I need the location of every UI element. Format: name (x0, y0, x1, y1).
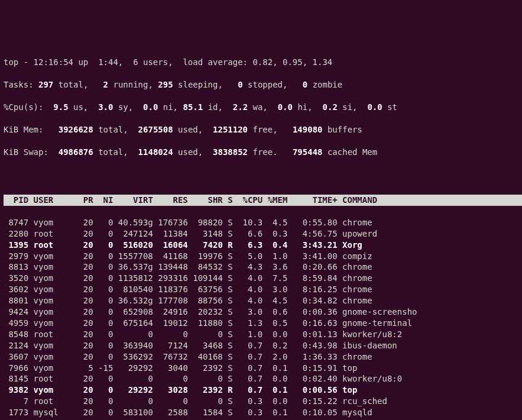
cell-shr: 7420 (188, 240, 223, 251)
cell-shr: 63756 (188, 284, 223, 295)
cell-time: 0:55.80 (287, 217, 337, 228)
table-row: 4959vyom2006751641901211880S1.30.50:16.6… (4, 318, 518, 329)
table-row: 2280root200247124113843148S6.60.34:56.75… (4, 228, 518, 240)
cell-time: 8:59.84 (287, 273, 337, 284)
col-cpu[interactable]: %CPU (233, 195, 263, 206)
cell-virt: 583100 (113, 407, 153, 418)
column-header[interactable]: PIDUSERPRNIVIRTRESSHRS%CPU%MEMTIME+COMMA… (4, 195, 522, 206)
col-virt[interactable]: VIRT (113, 195, 153, 206)
cell-s: S (223, 363, 233, 374)
table-row: 2979vyom20015577084116819976S5.01.03:41.… (4, 251, 518, 262)
summary-line-tasks: Tasks: 297 total, 2 running, 295 sleepin… (4, 79, 518, 91)
cell-virt: 810540 (113, 284, 153, 295)
cell-pr: 20 (73, 295, 93, 306)
cell-cpu: 1.3 (233, 318, 263, 329)
cell-time: 0:43.98 (287, 340, 337, 351)
col-command[interactable]: COMMAND (338, 195, 377, 206)
cell-res: 2588 (153, 407, 188, 418)
cell-res: 293316 (153, 273, 188, 284)
cell-cpu: 0.7 (233, 351, 263, 363)
table-row: 9382vyom2002929230282392R0.70.10:00.56to… (4, 385, 518, 396)
col-pid[interactable]: PID (4, 195, 28, 206)
cell-time: 3:41.00 (287, 251, 337, 262)
cell-pid: 3607 (4, 351, 28, 363)
table-row: 7root200000S0.30.00:15.22rcu_sched (4, 396, 518, 407)
table-row: 8548root200000S1.00.00:01.13kworker/u8:2 (4, 329, 518, 340)
cell-ni: 0 (93, 373, 114, 385)
cell-user: root (28, 373, 73, 385)
cell-virt: 29292 (113, 363, 153, 374)
cell-res: 41168 (153, 251, 188, 262)
cell-res: 24916 (153, 306, 188, 318)
cell-cmd: compiz (338, 251, 372, 262)
cell-user: root (28, 228, 73, 240)
cell-cmd: chrome (338, 351, 372, 363)
cell-pid: 8813 (4, 261, 28, 273)
cell-cpu: 0.7 (233, 340, 263, 351)
cell-cmd: chrome (338, 284, 372, 295)
cell-s: S (223, 373, 233, 385)
cell-virt: 0 (113, 373, 153, 385)
table-row: 1395root200516020160647420R6.30.43:43.21… (4, 240, 518, 251)
cell-cmd: chrome (338, 261, 372, 273)
table-row: 3607vyom2005362927673240168S0.72.01:36.3… (4, 351, 518, 363)
cell-time: 4:56.75 (287, 228, 337, 240)
cell-user: vyom (28, 217, 73, 228)
cell-virt: 516020 (113, 240, 153, 251)
cell-pr: 20 (73, 373, 93, 385)
cell-cpu: 6.3 (233, 240, 263, 251)
cell-res: 7124 (153, 340, 188, 351)
cell-cmd: gnome-terminal (338, 318, 412, 329)
cell-pid: 8145 (4, 373, 28, 385)
cell-virt: 1557708 (113, 251, 153, 262)
col-ni[interactable]: NI (93, 195, 114, 206)
col-mem[interactable]: %MEM (262, 195, 287, 206)
cell-ni: 0 (93, 261, 114, 273)
cell-user: root (28, 396, 73, 407)
cell-pr: 20 (73, 251, 93, 262)
cell-virt: 363940 (113, 340, 153, 351)
cell-pid: 3602 (4, 284, 28, 295)
cell-virt: 29292 (113, 385, 153, 396)
summary-line-cpu: %Cpu(s): 9.5 us, 3.0 sy, 0.0 ni, 85.1 id… (4, 102, 518, 113)
cell-virt: 36.537g (113, 261, 153, 273)
col-time[interactable]: TIME+ (287, 195, 337, 206)
cell-s: S (223, 295, 233, 306)
cell-res: 16064 (153, 240, 188, 251)
col-s[interactable]: S (223, 195, 233, 206)
col-res[interactable]: RES (153, 195, 188, 206)
cell-time: 8:16.25 (287, 284, 337, 295)
col-shr[interactable]: SHR (188, 195, 223, 206)
cell-pr: 20 (73, 385, 93, 396)
cell-res: 176736 (153, 217, 188, 228)
cell-cpu: 4.0 (233, 295, 263, 306)
col-user[interactable]: USER (28, 195, 73, 206)
cell-user: vyom (28, 284, 73, 295)
col-pr[interactable]: PR (73, 195, 93, 206)
cell-mem: 0.4 (262, 240, 287, 251)
cell-virt: 247124 (113, 228, 153, 240)
cell-s: S (223, 340, 233, 351)
summary-line-uptime: top - 12:16:54 up 1:44, 6 users, load av… (4, 57, 518, 68)
cell-mem: 3.6 (262, 261, 287, 273)
cell-mem: 4.5 (262, 217, 287, 228)
cell-cmd: top (338, 385, 358, 396)
cell-user: vyom (28, 295, 73, 306)
cell-user: vyom (28, 318, 73, 329)
cell-user: root (28, 240, 73, 251)
cell-s: S (223, 261, 233, 273)
cell-time: 0:02.40 (287, 373, 337, 385)
cell-s: S (223, 329, 233, 340)
cell-pr: 20 (73, 306, 93, 318)
cell-res: 3028 (153, 385, 188, 396)
cell-time: 0:16.63 (287, 318, 337, 329)
cell-s: S (223, 396, 233, 407)
cell-virt: 36.532g (113, 295, 153, 306)
cell-res: 0 (153, 329, 188, 340)
cell-virt: 1135812 (113, 273, 153, 284)
cell-ni: 0 (93, 295, 114, 306)
cell-pid: 9424 (4, 306, 28, 318)
cell-mem: 0.5 (262, 318, 287, 329)
cell-res: 177708 (153, 295, 188, 306)
cell-cpu: 0.3 (233, 407, 263, 418)
